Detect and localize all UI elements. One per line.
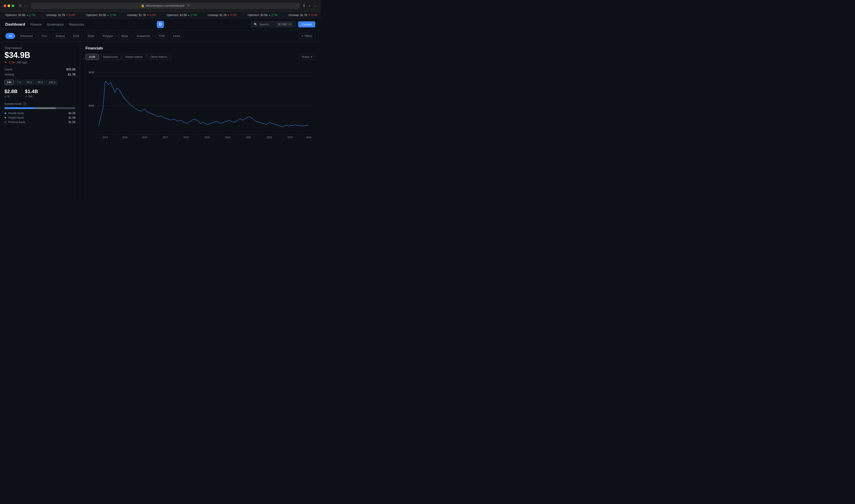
financials-header: Financials — [86, 46, 315, 50]
tab-other-tokens[interactable]: Other tokens — [147, 54, 170, 60]
chain-button-solana[interactable]: Solana — [52, 33, 68, 39]
fund-bar-protocol — [56, 107, 75, 109]
chain-button-tron[interactable]: Tron — [38, 33, 51, 39]
arrow-down-icon: ▼ — [66, 14, 68, 16]
time-button-7d[interactable]: 7 d — [15, 80, 23, 85]
ticker-price: $3.5B — [18, 14, 25, 17]
arrow-up-icon: ▲ — [26, 14, 28, 16]
chart-tabs: AUM Stablecoins Native tokens Other toke… — [86, 54, 315, 60]
y-label-60b: $60B — [89, 71, 94, 74]
list-item: Uniswap: $1.7B ▼ 0.3% — [283, 14, 320, 17]
project-funds-dot — [4, 117, 6, 119]
fund-row-protocol: Protocol funds $1.5B — [4, 121, 75, 124]
ticker-name: Uniswap: — [46, 14, 57, 17]
breakdown-liquid: Liquid $33.2B — [4, 68, 75, 71]
period-label: Yearly — [301, 55, 310, 58]
flow-in-label: ↙ In — [4, 95, 18, 98]
list-item: Optimism: $3.5B ▲ 2.7% — [161, 14, 203, 17]
arrow-down-icon: ▼ — [4, 61, 7, 64]
url-display: decentralytics.com/dashboard — [146, 4, 185, 7]
time-button-30d[interactable]: 30 d — [24, 80, 34, 85]
ticker-price: $1.7B — [139, 14, 146, 17]
x-label-2016: 2016 — [142, 136, 147, 139]
treasury-change-time: 24h ago — [17, 61, 27, 64]
chain-button-linea[interactable]: Linea — [170, 33, 184, 39]
new-tab-icon[interactable]: + — [309, 4, 311, 8]
fund-bar — [4, 107, 75, 109]
close-button[interactable] — [3, 4, 6, 7]
top-nav: Dashboard Finance Governance Resources D… — [0, 19, 320, 30]
ticker-change: 0.3% — [230, 14, 237, 17]
chain-button-ethereum[interactable]: Ethereum — [17, 33, 36, 39]
x-label-2024: 2024 — [306, 136, 312, 139]
chain-button-base[interactable]: Base — [118, 33, 132, 39]
right-panel: Financials AUM Stablecoins Native tokens… — [80, 42, 320, 200]
flow-in-value: $2.8B — [4, 89, 18, 94]
project-funds-label: Project funds — [8, 116, 24, 119]
time-button-180d[interactable]: 180 d — [46, 80, 58, 85]
info-icon[interactable]: i — [23, 102, 26, 106]
treasury-change-pct: 0.3% — [9, 61, 15, 64]
tab-native-tokens[interactable]: Native tokens — [122, 54, 146, 60]
ticker-price: $1.7B — [220, 14, 226, 17]
menu-icon[interactable]: ⋯ — [314, 4, 317, 8]
filter-icon: ≡ — [301, 34, 303, 38]
maximize-button[interactable] — [12, 4, 14, 7]
list-item: Optimism: $3.5B ▲ 2.7% — [242, 14, 283, 17]
x-label-2018: 2018 — [184, 136, 189, 139]
filters-button[interactable]: ≡ Filters — [299, 33, 315, 39]
center-logo: D — [157, 21, 164, 28]
flow-section: $2.8B ↙ In $1.4B ↗ Out — [4, 89, 75, 98]
vesting-value: $1.7B — [68, 73, 75, 76]
fund-bar-project — [34, 107, 56, 109]
chain-button-blast[interactable]: Blast — [84, 33, 98, 39]
nav-link-resources[interactable]: Resources — [69, 23, 84, 26]
sidebar-toggle-icon[interactable]: ☰ — [19, 4, 22, 8]
lock-icon: 🔒 — [141, 4, 144, 7]
ticker-content: Optimism: $3.5B ▲ 2.7% Uniswap: $1.7B ▼ … — [0, 14, 320, 17]
chain-button-avalanche[interactable]: Avalanche — [133, 33, 153, 39]
nav-link-governance[interactable]: Governance — [47, 23, 64, 26]
time-button-90d[interactable]: 90 d — [35, 80, 45, 85]
ticker-name: Uniswap: — [288, 14, 299, 17]
tab-stablecoins[interactable]: Stablecoins — [100, 54, 121, 60]
tab-aum[interactable]: AUM — [86, 54, 99, 60]
chain-button-all[interactable]: All — [5, 33, 15, 39]
chain-button-polygon[interactable]: Polygon — [99, 33, 117, 39]
period-select[interactable]: Yearly ▾ — [299, 54, 315, 60]
x-label-2015: 2015 — [122, 136, 127, 139]
share-icon[interactable]: ⬆ — [302, 4, 306, 8]
arrow-up-icon: ▲ — [107, 14, 109, 16]
ticker-change: 2.7% — [29, 14, 35, 17]
x-label-2019: 2019 — [204, 136, 210, 139]
invested-funds-label: Invested funds i — [4, 102, 75, 106]
x-label-2023: 2023 — [287, 136, 293, 139]
ticker-change: 0.3% — [150, 14, 156, 17]
list-item: Uniswap: $1.7B ▼ 0.3% — [203, 14, 242, 17]
arrow-in-icon: ↙ — [4, 95, 7, 98]
treasury-change: ▼ 0.3% 24h ago — [4, 61, 75, 64]
reload-icon[interactable]: ↻ — [188, 4, 190, 7]
ticker-name: Optimism: — [248, 14, 260, 17]
list-item: Uniswap: $1.7B ▼ 0.3% — [122, 14, 161, 17]
forward-button[interactable]: › — [27, 4, 28, 7]
x-label-2020: 2020 — [225, 136, 230, 139]
contact-button[interactable]: Contact — [298, 21, 315, 28]
protocol-funds-value: $1.5B — [69, 121, 75, 124]
private-funds-value: $3.2B — [69, 112, 75, 115]
ticker-name: Optimism: — [167, 14, 179, 17]
address-bar[interactable]: 🔒 decentralytics.com/dashboard ↻ — [31, 3, 300, 9]
time-button-24h[interactable]: 24h — [4, 80, 14, 85]
search-bar[interactable]: 🔍 Search... ⌘ CMD + K — [251, 21, 295, 28]
nav-link-finance[interactable]: Finance — [31, 23, 42, 26]
ticker-price: $1.7B — [300, 14, 307, 17]
minimize-button[interactable] — [7, 4, 10, 7]
back-button[interactable]: ‹ — [24, 4, 25, 7]
fund-row-private: Private funds $3.2B — [4, 112, 75, 115]
protocol-funds-dot — [4, 121, 6, 123]
breakdown-vesting: Vesting $1.7B — [4, 73, 75, 76]
ticker-price: $3.5B — [99, 14, 106, 17]
chain-button-ton[interactable]: TON — [155, 33, 168, 39]
chain-button-eos[interactable]: EOS — [70, 33, 83, 39]
list-item: Optimism: $3.5B ▲ 2.7% — [81, 14, 122, 17]
